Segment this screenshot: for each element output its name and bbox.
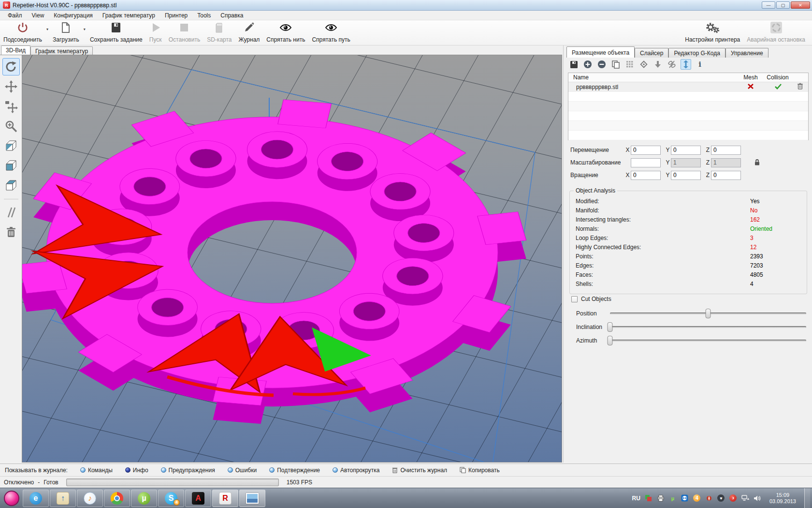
copy-log-button[interactable]: Копировать <box>460 467 500 474</box>
show-desktop-button[interactable] <box>804 488 810 508</box>
save-job-button[interactable]: Сохранить задание <box>87 20 146 45</box>
taskbar-utorrent[interactable]: µ <box>131 490 157 507</box>
rotate-view-button[interactable] <box>2 58 20 75</box>
save-stl-icon[interactable] <box>568 59 579 70</box>
taskbar-music[interactable]: ♪ <box>77 490 103 507</box>
table-row[interactable]: ррввврррввр.stl <box>568 82 808 92</box>
start-button[interactable] <box>2 489 21 508</box>
taskbar-repetier[interactable]: R <box>212 490 238 507</box>
toggle-errors[interactable]: Ошибки <box>228 467 257 474</box>
isometric-view-button[interactable] <box>2 137 20 155</box>
stop-icon <box>178 21 190 35</box>
taskbar-image-viewer[interactable] <box>239 490 265 507</box>
translate-z-field[interactable] <box>711 146 741 155</box>
position-slider-thumb[interactable] <box>706 309 711 318</box>
utorrent-tray-icon[interactable]: µ <box>669 494 677 502</box>
delete-row-icon[interactable] <box>792 83 808 91</box>
taskbar-skype[interactable]: S4 <box>158 490 184 507</box>
menu-tools[interactable]: Tools <box>192 11 216 20</box>
menu-temp-graph[interactable]: График температур <box>98 11 160 20</box>
rotate-z-field[interactable] <box>711 171 741 180</box>
printer-settings-button[interactable]: Настройки принтера <box>682 20 743 45</box>
translate-y-field[interactable] <box>671 146 701 155</box>
remove-object-icon[interactable] <box>596 59 607 70</box>
hide-filament-button[interactable]: Спрятать нить <box>263 20 308 45</box>
minimize-button[interactable]: — <box>762 1 775 9</box>
add-object-icon[interactable] <box>582 59 593 70</box>
maximize-button[interactable]: ▢ <box>776 1 790 9</box>
teamviewer-tray-icon[interactable] <box>681 494 689 502</box>
connect-dropdown-icon[interactable]: ▾ <box>45 20 49 45</box>
toggle-ack[interactable]: Подтверждение <box>269 467 320 474</box>
parallel-projection-button[interactable] <box>2 204 20 221</box>
pan-view-button[interactable] <box>2 78 20 95</box>
cut-objects-checkbox[interactable] <box>571 296 578 302</box>
toggle-autoscroll[interactable]: Автопрокрутка <box>333 467 379 474</box>
snap-to-bed-icon[interactable] <box>681 59 691 70</box>
toggle-info[interactable]: Инфо <box>125 467 148 474</box>
toggle-warnings[interactable]: Предупраждения <box>161 467 215 474</box>
update-tray-icon[interactable]: 4 <box>693 494 701 502</box>
tab-temperature-graph[interactable]: График температур <box>30 46 93 55</box>
autoposition-icon[interactable] <box>624 59 635 70</box>
menu-config[interactable]: Конфигурация <box>49 11 98 20</box>
close-button[interactable]: ✕ <box>791 1 810 9</box>
menu-help[interactable]: Справка <box>216 11 248 20</box>
drop-object-icon[interactable] <box>652 59 663 70</box>
heart-tray-icon[interactable]: ♥ <box>717 494 725 502</box>
translate-x-field[interactable] <box>631 146 661 155</box>
copy-object-icon[interactable] <box>610 59 621 70</box>
analysis-value: 2393 <box>750 253 801 262</box>
viewport-3d[interactable] <box>22 55 562 463</box>
split-object-icon[interactable] <box>667 59 677 70</box>
flame-tray-icon[interactable] <box>705 494 713 502</box>
position-slider[interactable] <box>610 308 806 319</box>
hide-travel-button[interactable]: Спрятать путь <box>308 20 353 45</box>
printer-tray-icon[interactable] <box>657 494 665 502</box>
zoom-button[interactable] <box>2 118 20 135</box>
toggle-commands[interactable]: Команды <box>80 467 113 474</box>
front-view-button[interactable] <box>2 157 20 175</box>
journal-button[interactable]: Журнал <box>235 20 263 45</box>
load-button[interactable]: Загрузить <box>49 20 83 45</box>
inclination-slider-thumb[interactable] <box>608 322 613 332</box>
right-panel: Размещение объекта Слайсер Редактор G-Ко… <box>563 45 812 463</box>
rotate-y-field[interactable] <box>671 171 701 180</box>
inclination-slider[interactable] <box>610 322 806 332</box>
tab-3d-view[interactable]: 3D-Вид <box>1 45 30 55</box>
taskbar-abbyy[interactable]: A <box>185 490 211 507</box>
center-object-icon[interactable] <box>638 59 649 70</box>
menu-view[interactable]: View <box>27 11 49 20</box>
language-indicator[interactable]: RU <box>632 495 640 502</box>
tab-control[interactable]: Управление <box>725 48 768 58</box>
tab-slicer[interactable]: Слайсер <box>635 48 668 58</box>
lock-scale-icon[interactable] <box>754 158 761 167</box>
menu-printer[interactable]: Принтер <box>160 11 192 20</box>
top-view-button[interactable] <box>2 177 20 194</box>
load-dropdown-icon[interactable]: ▾ <box>83 20 87 45</box>
taskbar-ie[interactable]: e <box>23 490 49 507</box>
scale-x-field[interactable] <box>631 158 661 167</box>
tab-gcode-editor[interactable]: Редактор G-Кода <box>668 48 725 58</box>
volume-tray-icon[interactable] <box>754 494 761 502</box>
empty-row <box>568 92 808 102</box>
info-icon[interactable]: i <box>695 59 705 70</box>
azimuth-slider-thumb[interactable] <box>608 336 613 345</box>
taskbar-clock[interactable]: 15:09 03.09.2013 <box>766 492 800 505</box>
clear-log-button[interactable]: Очистить журнал <box>392 467 447 474</box>
network-tray-icon[interactable] <box>741 494 749 502</box>
delete-object-button[interactable] <box>2 224 20 241</box>
azimuth-slider[interactable] <box>610 335 806 346</box>
menu-file[interactable]: Файл <box>3 11 27 20</box>
arrow-tray-icon[interactable]: › <box>729 494 737 502</box>
analysis-value: No <box>750 207 801 216</box>
taskbar-chrome[interactable] <box>104 490 130 507</box>
taskbar-folder[interactable]: ↑ <box>50 490 76 507</box>
move-object-button[interactable] <box>2 98 20 115</box>
rotate-x-field[interactable] <box>631 171 661 180</box>
tab-object-placement[interactable]: Размещение объекта <box>566 46 635 58</box>
display-settings-icon[interactable] <box>645 494 652 502</box>
object-table-header: Name Mesh Collision <box>568 73 808 82</box>
connect-button[interactable]: Подсоединить <box>0 20 45 45</box>
music-note-icon: ♪ <box>84 492 96 505</box>
